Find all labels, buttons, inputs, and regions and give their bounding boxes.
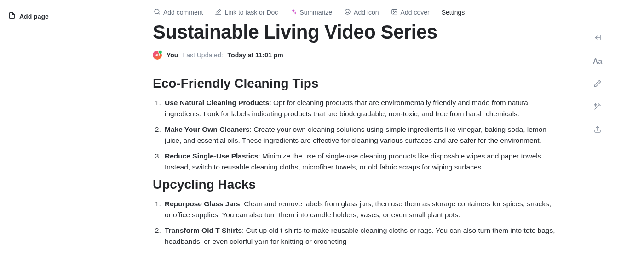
pencil-icon bbox=[593, 79, 602, 90]
page-title[interactable]: Sustainable Living Video Series bbox=[153, 21, 557, 43]
summarize-button[interactable]: Summarize bbox=[289, 6, 333, 18]
typography-button[interactable]: Aa bbox=[592, 56, 603, 67]
list-item-title: Make Your Own Cleaners bbox=[165, 125, 250, 133]
section-upcycling: Upcycling Hacks Repurpose Glass Jars: Cl… bbox=[153, 177, 557, 247]
add-cover-label: Add cover bbox=[401, 9, 430, 16]
right-rail: Aa bbox=[584, 0, 611, 276]
svg-point-1 bbox=[345, 9, 350, 14]
edit-button[interactable] bbox=[592, 79, 603, 90]
settings-label: Settings bbox=[442, 9, 465, 16]
comment-icon bbox=[154, 8, 161, 17]
last-updated-value: Today at 11:01 pm bbox=[228, 51, 283, 59]
list-item-title: Repurpose Glass Jars bbox=[165, 200, 240, 208]
svg-point-5 bbox=[393, 11, 394, 12]
collapse-button[interactable] bbox=[592, 33, 603, 44]
list-item[interactable]: Make Your Own Cleaners: Create your own … bbox=[163, 124, 557, 146]
section-heading[interactable]: Eco-Friendly Cleaning Tips bbox=[153, 76, 557, 91]
meta-row: SD You Last Updated: Today at 11:01 pm bbox=[153, 51, 557, 60]
add-comment-label: Add comment bbox=[163, 9, 203, 16]
list-item[interactable]: Use Natural Cleaning Products: Opt for c… bbox=[163, 97, 557, 119]
summarize-label: Summarize bbox=[299, 9, 332, 16]
add-page-icon bbox=[8, 12, 16, 21]
svg-point-3 bbox=[348, 11, 349, 11]
add-icon-label: Add icon bbox=[354, 9, 379, 16]
last-updated-label: Last Updated: bbox=[183, 51, 223, 59]
page-toolbar: Add comment Link to task or Doc bbox=[153, 6, 557, 18]
add-comment-button[interactable]: Add comment bbox=[153, 6, 204, 18]
magic-button[interactable] bbox=[592, 102, 603, 113]
add-cover-button[interactable]: Add cover bbox=[390, 6, 431, 18]
list-item-title: Reduce Single-Use Plastics bbox=[165, 152, 258, 160]
settings-button[interactable]: Settings bbox=[441, 7, 466, 18]
svg-point-2 bbox=[346, 11, 347, 11]
typography-icon: Aa bbox=[593, 57, 602, 66]
section-heading[interactable]: Upcycling Hacks bbox=[153, 177, 557, 192]
image-icon bbox=[391, 8, 398, 17]
avatar[interactable]: SD bbox=[153, 51, 162, 60]
author-label: You bbox=[167, 51, 178, 59]
link-doc-button[interactable]: Link to task or Doc bbox=[214, 6, 279, 18]
list-item-title: Transform Old T-Shirts bbox=[165, 226, 242, 234]
main-content: Add comment Link to task or Doc bbox=[83, 0, 584, 276]
add-icon-button[interactable]: Add icon bbox=[343, 6, 380, 18]
list-item-title: Use Natural Cleaning Products bbox=[165, 99, 269, 107]
sidebar: Add page bbox=[0, 0, 83, 276]
link-doc-label: Link to task or Doc bbox=[224, 9, 278, 16]
list-item[interactable]: Transform Old T-Shirts: Cut up old t-shi… bbox=[163, 225, 557, 247]
section-list: Repurpose Glass Jars: Clean and remove l… bbox=[153, 198, 557, 247]
link-icon bbox=[215, 8, 222, 17]
wand-icon bbox=[593, 102, 602, 113]
add-page-button[interactable]: Add page bbox=[6, 8, 77, 24]
section-eco-tips: Eco-Friendly Cleaning Tips Use Natural C… bbox=[153, 76, 557, 173]
share-icon bbox=[593, 125, 602, 135]
emoji-icon bbox=[344, 8, 351, 17]
section-list: Use Natural Cleaning Products: Opt for c… bbox=[153, 97, 557, 173]
list-item[interactable]: Reduce Single-Use Plastics: Minimize the… bbox=[163, 151, 557, 173]
arrow-left-icon bbox=[593, 34, 602, 44]
add-page-label: Add page bbox=[19, 13, 49, 20]
share-button[interactable] bbox=[592, 125, 603, 136]
list-item[interactable]: Repurpose Glass Jars: Clean and remove l… bbox=[163, 198, 557, 220]
sparkle-icon bbox=[290, 8, 297, 17]
